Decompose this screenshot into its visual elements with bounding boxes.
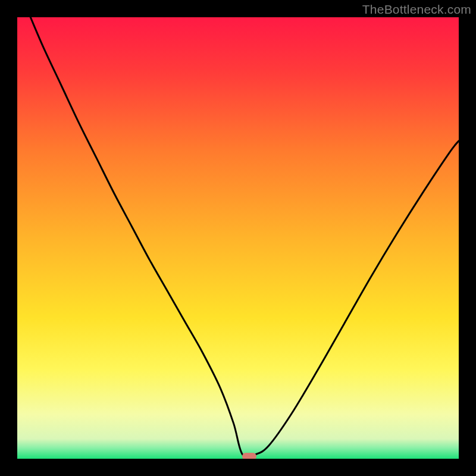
plot-area (17, 17, 459, 459)
optimum-marker (242, 453, 256, 459)
bottleneck-curve (17, 17, 459, 459)
watermark-label: TheBottleneck.com (362, 2, 471, 17)
chart-frame: TheBottleneck.com (0, 0, 476, 476)
